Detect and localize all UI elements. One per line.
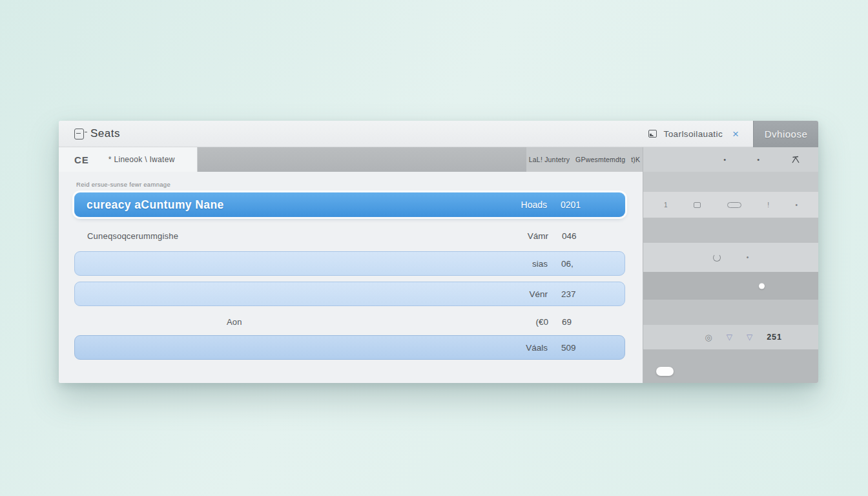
pill-icon[interactable]: [727, 202, 741, 208]
list-row-bar[interactable]: sias 06,: [74, 251, 625, 276]
page-title: Seats: [90, 127, 120, 140]
dot-icon: •: [795, 202, 798, 209]
value-number: 0201: [561, 200, 584, 210]
dot-icon: •: [747, 254, 749, 261]
one-icon: 1: [664, 202, 668, 209]
toolbar-divider: [198, 147, 526, 172]
triangle-down-icon[interactable]: ▽: [747, 333, 752, 342]
value-number: 06,: [561, 259, 584, 269]
toolbar-group-label-2: GPwesmtemdtg: [575, 156, 625, 163]
triangle-down-icon[interactable]: ▽: [727, 333, 732, 342]
radio-dot-icon[interactable]: [759, 283, 765, 289]
list-row-bar[interactable]: Váals 509: [74, 335, 625, 360]
window-header: Seats Toarlsoilauatic × Dvhioose: [59, 121, 818, 147]
ce-icon: CE: [74, 154, 89, 165]
value-label: Vénr: [514, 289, 548, 299]
side-row-circle[interactable]: •: [643, 243, 818, 272]
row-values: sias 06,: [514, 259, 584, 269]
dot-icon[interactable]: •: [723, 156, 726, 163]
app-window: Seats Toarlsoilauatic × Dvhioose CE * Li…: [59, 121, 818, 383]
toolbar: CE * Lineook \ Iwatew LaL! Juntetry GPwe…: [59, 147, 643, 172]
title-group: Seats: [59, 127, 120, 140]
target-icon[interactable]: ◎: [705, 333, 712, 342]
ok-button[interactable]: t)K: [631, 156, 640, 163]
toolbar-right-group: LaL! Juntetry GPwesmtemdtg t)K: [526, 147, 643, 172]
image-icon: [648, 130, 657, 138]
dot-icon[interactable]: •: [757, 156, 760, 163]
window-body: CE * Lineook \ Iwatew LaL! Juntetry GPwe…: [59, 147, 818, 383]
side-panel: • • 1 ! • •: [643, 147, 818, 383]
toolbar-group-label-1: LaL! Juntetry: [529, 156, 570, 163]
list-row-bar[interactable]: Vénr 237: [74, 282, 625, 306]
side-panel-toolbar: • •: [643, 147, 818, 172]
value-label: Hoads: [513, 200, 547, 210]
side-row[interactable]: [643, 172, 818, 192]
exclaim-icon: !: [767, 202, 769, 209]
toggle-pill[interactable]: [656, 367, 674, 376]
value-label: Vámr: [515, 231, 548, 241]
list-row[interactable]: Aon (€0 69: [74, 312, 625, 331]
row-values: (€0 69: [515, 317, 585, 327]
tools-label: Toarlsoilauatic: [664, 129, 723, 139]
value-number: 046: [562, 231, 585, 241]
side-row[interactable]: [643, 300, 818, 325]
count-badge: 251: [767, 333, 782, 342]
selected-row-values: Hoads 0201: [513, 200, 584, 210]
close-icon[interactable]: ×: [730, 129, 741, 140]
tab-label: * Lineook \ Iwatew: [108, 155, 175, 164]
row-values: Vámr 046: [515, 231, 585, 241]
choose-button[interactable]: Dvhioose: [753, 121, 818, 147]
row-values: Vénr 237: [514, 289, 584, 299]
side-row-selector[interactable]: ◎ ▽ ▽ 251: [643, 325, 818, 349]
selected-row-bar[interactable]: cureacy aCuntumy Nane Hoads 0201: [74, 192, 625, 217]
toolbar-tab[interactable]: CE * Lineook \ Iwatew: [59, 147, 198, 172]
side-row-icons[interactable]: 1 ! •: [643, 192, 818, 218]
value-number: 509: [561, 343, 584, 353]
value-number: 69: [562, 317, 585, 327]
value-number: 237: [561, 289, 584, 299]
desktop: { "window": { "title": "Seats", "header"…: [0, 0, 868, 496]
row-label: Aon: [227, 317, 242, 327]
main-column: CE * Lineook \ Iwatew LaL! Juntetry GPwe…: [59, 147, 643, 383]
tools-group: Toarlsoilauatic ×: [648, 129, 741, 140]
content-area: Reid ersue-sunse fewr eamnage cureacy aC…: [59, 172, 643, 383]
row-values: Váals 509: [514, 343, 584, 353]
value-label: Váals: [514, 343, 548, 353]
selected-row-title: cureacy aCuntumy Nane: [87, 198, 224, 212]
list-row[interactable]: Cuneqsoqcerummgishe Vámr 046: [74, 227, 625, 245]
square-icon[interactable]: [694, 202, 701, 208]
open-circle-icon: [713, 254, 721, 262]
side-row[interactable]: [643, 218, 818, 243]
side-row-selected[interactable]: [643, 272, 818, 300]
tool-icon[interactable]: [790, 155, 800, 164]
side-row-footer[interactable]: [643, 349, 818, 383]
tag-icon: [74, 129, 84, 140]
content-caption: Reid ersue-sunse fewr eamnage: [76, 181, 625, 188]
row-label: Cuneqsoqcerummgishe: [87, 231, 178, 241]
value-label: (€0: [515, 317, 548, 327]
value-label: sias: [514, 259, 548, 269]
